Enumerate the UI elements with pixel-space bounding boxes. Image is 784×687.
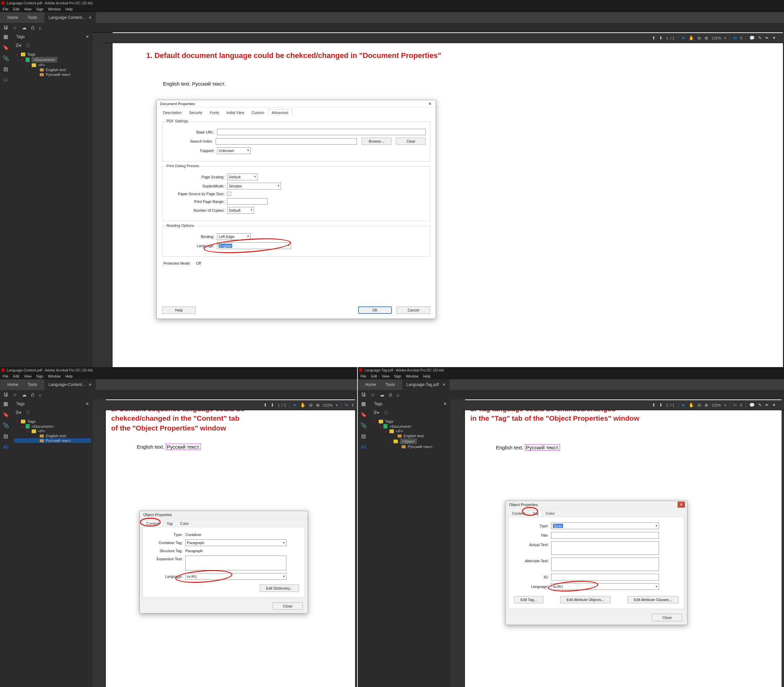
menu-sign[interactable]: Sign (36, 374, 43, 378)
tab-advanced[interactable]: Advanced (268, 109, 292, 116)
menu-window[interactable]: Window (406, 374, 418, 378)
tree-node-document[interactable]: <Document> (32, 57, 57, 62)
trapped-select[interactable]: Unknown (217, 147, 251, 154)
tab-fonts[interactable]: Fonts (206, 109, 223, 116)
cloud-icon[interactable]: ☁ (22, 25, 26, 30)
tag-tool-icon[interactable]: ⫴ (740, 35, 742, 41)
menu-edit[interactable]: Edit (371, 374, 377, 378)
close-icon[interactable]: ✕ (442, 383, 445, 387)
edit-attribute-classes-button[interactable]: Edit Attribute Classes... (627, 596, 679, 603)
tree-leaf-selected[interactable]: Русский текст. (46, 439, 71, 443)
sign-icon[interactable]: ✒ (765, 403, 769, 408)
print-icon[interactable]: ⎙ (31, 25, 34, 30)
tools-tab[interactable]: Tools (385, 382, 395, 387)
zoom-value[interactable]: 122% (712, 36, 721, 40)
star-icon[interactable]: ☆ (371, 392, 375, 398)
menu-view[interactable]: View (382, 374, 389, 378)
clear-button[interactable]: Clear (396, 138, 426, 145)
thumbnails-icon[interactable]: ▦ (3, 34, 8, 40)
tag-tool-icon[interactable]: ⫴ (740, 403, 742, 408)
edit-tag-button[interactable]: Edit Tag... (514, 596, 543, 603)
pointer-icon[interactable]: ➤ (682, 403, 685, 408)
menu-help[interactable]: Help (66, 7, 73, 11)
menu-view[interactable]: View (24, 374, 32, 378)
info-icon[interactable]: ⓘ (26, 43, 30, 49)
actual-text-input[interactable] (551, 541, 659, 555)
highlight-icon[interactable]: ✎ (758, 35, 762, 41)
tags-tree[interactable]: vTags v<Document> v<P> ·English text. ·Р… (11, 50, 92, 78)
alternate-text-input[interactable] (551, 557, 659, 571)
thumbnails-icon[interactable]: ▦ (3, 401, 8, 407)
tab-content[interactable]: Content (143, 520, 163, 527)
edit-dictionary-button[interactable]: Edit Dictionary... (260, 585, 299, 592)
highlight-icon[interactable]: ✎ (758, 403, 762, 408)
hand-icon[interactable]: ✋ (689, 403, 694, 408)
menu-sign[interactable]: Sign (36, 7, 43, 11)
layers-icon[interactable]: ▤ (361, 433, 366, 439)
tree-node-document[interactable]: <Document> (32, 424, 54, 429)
pointer-icon[interactable]: ➤ (682, 35, 685, 41)
cancel-button[interactable]: Cancel (397, 306, 430, 314)
duplex-select[interactable]: Simplex (227, 183, 281, 189)
tab-tag[interactable]: Tag (529, 510, 543, 517)
tools-tab[interactable]: Tools (28, 15, 37, 20)
tree-node-p[interactable]: <P> (38, 63, 45, 67)
menu-window[interactable]: Window (48, 7, 61, 11)
zoom-in-icon[interactable]: ⊕ (316, 403, 320, 408)
menu-sign[interactable]: Sign (394, 374, 401, 378)
zoom-out-icon[interactable]: ⊖ (697, 403, 701, 408)
menu-file[interactable]: File (361, 374, 366, 378)
expansion-text-input[interactable] (185, 556, 286, 570)
ok-button[interactable]: OK (358, 306, 392, 314)
menu-edit[interactable]: Edit (13, 374, 19, 378)
tab-color[interactable]: Color (542, 510, 558, 517)
tree-node-p[interactable]: <P> (396, 429, 403, 433)
cloud-icon[interactable]: ☁ (22, 392, 26, 398)
up-arrow-icon[interactable]: ⬆ (652, 403, 656, 408)
document-tab[interactable]: Language-Content... ✕ (44, 12, 96, 23)
close-icon[interactable]: ✕ (85, 401, 89, 406)
base-url-input[interactable] (217, 129, 426, 135)
print-icon[interactable]: ⎙ (31, 392, 34, 398)
menu-edit[interactable]: Edit (13, 7, 19, 11)
tree-node-p[interactable]: <P> (38, 429, 45, 433)
zoom-value[interactable]: 122% (323, 403, 333, 407)
tab-content[interactable]: Content (508, 510, 529, 517)
bookmarks-icon[interactable]: 🔖 (3, 412, 9, 417)
tags-icon[interactable]: 🏷 (361, 444, 366, 450)
tag-tool-icon[interactable]: ⫴ (352, 403, 354, 408)
print-icon[interactable]: ⎙ (389, 392, 392, 398)
search-icon[interactable]: ⌕ (39, 392, 41, 398)
language-select[interactable]: English (217, 242, 291, 249)
hand-icon[interactable]: ✋ (300, 403, 305, 408)
down-arrow-icon[interactable]: ⬇ (659, 35, 663, 41)
close-icon[interactable]: ✕ (677, 501, 685, 508)
tab-custom[interactable]: Custom (248, 109, 268, 116)
menu-file[interactable]: File (3, 374, 8, 378)
home-tab[interactable]: Home (7, 382, 18, 387)
close-icon[interactable]: ✕ (89, 15, 92, 20)
title-input[interactable] (551, 532, 659, 539)
page-area[interactable]: 3. Tag language could be chekced/changed… (450, 399, 784, 687)
zoom-value[interactable]: 122% (712, 403, 721, 407)
save-icon[interactable]: 🖫 (3, 25, 8, 30)
save-icon[interactable]: 🖫 (3, 392, 8, 398)
tab-description[interactable]: Description (159, 109, 185, 116)
tree-leaf[interactable]: English text. (46, 434, 67, 438)
bookmarks-icon[interactable]: 🔖 (361, 412, 367, 417)
sign-icon[interactable]: ✒ (765, 35, 769, 41)
tags-icon[interactable]: 🏷 (3, 77, 8, 82)
search-index-input[interactable] (216, 138, 357, 145)
page-area[interactable]: 1. Default document language could be ch… (92, 32, 784, 367)
language-select[interactable]: ru-RU (185, 573, 286, 580)
search-icon[interactable]: ⌕ (39, 25, 41, 30)
tags-tree[interactable]: vTags v<Document> v<P> ·English text. ·Р… (11, 417, 92, 444)
info-icon[interactable]: ⓘ (384, 410, 388, 416)
down-arrow-icon[interactable]: ⬇ (271, 403, 274, 408)
page-area[interactable]: 2. Content sequence language could be ch… (92, 399, 357, 687)
paper-source-checkbox[interactable] (227, 192, 231, 196)
type-select[interactable]: Span (551, 523, 659, 529)
cloud-icon[interactable]: ☁ (380, 392, 384, 398)
info-icon[interactable]: ⓘ (26, 410, 30, 416)
attachments-icon[interactable]: 📎 (3, 55, 9, 61)
